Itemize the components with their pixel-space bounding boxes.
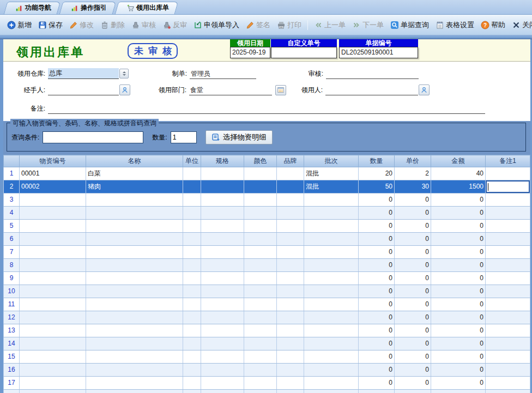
cell-num[interactable]	[4, 390, 20, 393]
cell-brand[interactable]	[277, 390, 304, 393]
cell-remark[interactable]	[486, 233, 530, 246]
cell-num[interactable]: 4	[4, 207, 20, 220]
cell-color[interactable]	[244, 337, 277, 350]
cell-price[interactable]: 0	[395, 377, 431, 390]
table-settings-button[interactable]: 表格设置	[433, 19, 477, 32]
cell-code[interactable]	[20, 233, 86, 246]
cell-name[interactable]	[86, 220, 183, 233]
cell-amount[interactable]: 0	[431, 285, 486, 298]
cell-num[interactable]: 2	[4, 180, 20, 194]
cell-code[interactable]: 00002	[20, 180, 86, 194]
cell-brand[interactable]	[277, 194, 304, 207]
column-header[interactable]: 颜色	[244, 155, 277, 167]
cell-code[interactable]	[20, 377, 86, 390]
cell-price[interactable]: 0	[395, 194, 431, 207]
auditor-field[interactable]	[326, 68, 419, 79]
cell-color[interactable]	[244, 364, 277, 377]
cell-name[interactable]	[86, 364, 183, 377]
cell-price[interactable]: 0	[395, 259, 431, 272]
cell-spec[interactable]	[201, 285, 244, 298]
cell-qty[interactable]: 0	[359, 233, 395, 246]
cell-brand[interactable]	[277, 364, 304, 377]
cell-num[interactable]: 15	[4, 350, 20, 364]
warehouse-picker-button[interactable]	[119, 69, 129, 78]
cell-code[interactable]	[20, 220, 86, 233]
doc-search-button[interactable]: 单据查询	[388, 19, 432, 32]
cell-brand[interactable]	[277, 298, 304, 311]
table-row[interactable]: 100001白菜混批20240	[4, 167, 530, 180]
delete-button[interactable]: 删除	[98, 19, 128, 32]
cell-unit[interactable]	[183, 298, 201, 311]
next-doc-button[interactable]: 下一单	[349, 19, 386, 32]
cell-price[interactable]: 0	[395, 207, 431, 220]
cell-price[interactable]: 0	[395, 233, 431, 246]
cell-name[interactable]	[86, 377, 183, 390]
cell-amount[interactable]: 1500	[431, 180, 486, 194]
cell-amount[interactable]: 0	[431, 220, 486, 233]
cell-unit[interactable]	[183, 272, 201, 285]
cell-brand[interactable]	[277, 377, 304, 390]
custom-doc-no-value[interactable]	[271, 47, 337, 58]
cell-brand[interactable]	[277, 220, 304, 233]
unaudit-button[interactable]: 反审	[160, 19, 190, 32]
cell-qty[interactable]: 0	[359, 246, 395, 259]
column-header[interactable]: 规格	[201, 155, 244, 167]
column-header[interactable]: 品牌	[277, 155, 304, 167]
cell-amount[interactable]: 0	[431, 272, 486, 285]
cell-color[interactable]	[244, 207, 277, 220]
cell-remark[interactable]	[486, 377, 530, 390]
cell-color[interactable]	[244, 324, 277, 337]
cell-name[interactable]	[86, 259, 183, 272]
cell-brand[interactable]	[277, 180, 304, 194]
cell-num[interactable]: 12	[4, 311, 20, 324]
cell-price[interactable]: 0	[395, 285, 431, 298]
cell-color[interactable]	[244, 194, 277, 207]
qty-input[interactable]	[171, 131, 197, 143]
column-header[interactable]: 单位	[183, 155, 201, 167]
cell-batch[interactable]	[304, 337, 359, 350]
department-field[interactable]: 食堂	[189, 84, 272, 95]
cell-unit[interactable]	[183, 180, 201, 194]
cell-amount[interactable]: 0	[431, 298, 486, 311]
cell-unit[interactable]	[183, 194, 201, 207]
cell-qty[interactable]: 0	[359, 311, 395, 324]
cell-spec[interactable]	[201, 311, 244, 324]
save-button[interactable]: 保存	[35, 19, 65, 32]
cell-spec[interactable]	[201, 324, 244, 337]
row-number-header[interactable]	[4, 155, 20, 167]
cell-num[interactable]: 8	[4, 259, 20, 272]
cell-batch[interactable]	[304, 246, 359, 259]
cell-spec[interactable]	[201, 377, 244, 390]
cell-price[interactable]: 0	[395, 350, 431, 364]
tab-requisition-outbound[interactable]: 领用出库单	[117, 2, 177, 14]
cell-brand[interactable]	[277, 246, 304, 259]
cell-qty[interactable]: 0	[359, 220, 395, 233]
cell-batch[interactable]	[304, 298, 359, 311]
cell-batch[interactable]	[304, 350, 359, 364]
cell-remark[interactable]	[486, 285, 530, 298]
table-row[interactable]: 5000	[4, 220, 530, 233]
table-row[interactable]: 7000	[4, 246, 530, 259]
cell-code[interactable]	[20, 311, 86, 324]
cell-unit[interactable]	[183, 350, 201, 364]
column-header[interactable]: 单价	[395, 155, 431, 167]
cell-color[interactable]	[244, 259, 277, 272]
remark-field[interactable]	[48, 103, 485, 114]
cell-qty[interactable]: 0	[359, 194, 395, 207]
table-row[interactable]: 9000	[4, 272, 530, 285]
print-button[interactable]: 打印	[274, 19, 304, 32]
cell-batch[interactable]	[304, 207, 359, 220]
cell-code[interactable]	[20, 350, 86, 364]
cell-name[interactable]	[86, 350, 183, 364]
cell-remark[interactable]	[486, 207, 530, 220]
cell-remark[interactable]	[486, 298, 530, 311]
cell-code[interactable]	[20, 272, 86, 285]
cell-unit[interactable]	[183, 220, 201, 233]
cell-name[interactable]: 白菜	[86, 167, 183, 180]
cell-amount[interactable]: 0	[431, 377, 486, 390]
cell-spec[interactable]	[201, 364, 244, 377]
import-requisition-button[interactable]: 申领单导入	[191, 19, 242, 32]
cell-remark[interactable]	[486, 259, 530, 272]
cell-unit[interactable]	[183, 337, 201, 350]
cell-price[interactable]: 0	[395, 246, 431, 259]
